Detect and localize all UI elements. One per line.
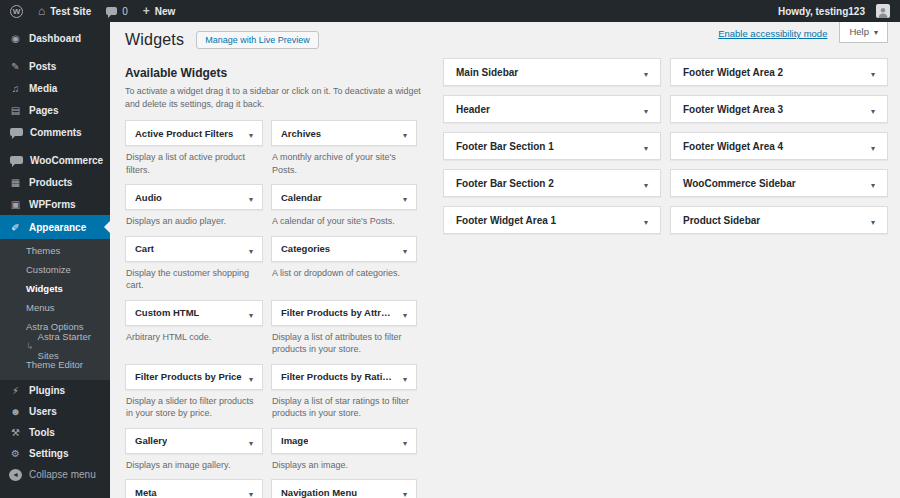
chevron-down-icon[interactable] xyxy=(871,137,875,155)
collapse-label: Collapse menu xyxy=(29,469,96,480)
widget-area-footer-widget-area-1[interactable]: Footer Widget Area 1 xyxy=(443,206,661,234)
sidebar-item-label: Appearance xyxy=(29,222,86,233)
sidebar-item-wpforms[interactable]: ▣ WPForms xyxy=(0,193,110,215)
widget-title-bar[interactable]: Calendar xyxy=(271,184,417,210)
chevron-down-icon[interactable] xyxy=(403,124,407,142)
help-tab[interactable]: Help xyxy=(839,22,888,43)
widget-title-bar[interactable]: Custom HTML xyxy=(125,300,263,326)
plugins-icon: ⚡ xyxy=(9,385,22,396)
widget-title-bar[interactable]: Filter Products by Price xyxy=(125,364,263,390)
submenu-item-customize[interactable]: Customize xyxy=(0,260,110,279)
comments-menu[interactable]: 0 xyxy=(106,6,128,17)
avatar xyxy=(876,4,890,18)
chevron-down-icon[interactable] xyxy=(871,211,875,229)
chevron-down-icon[interactable] xyxy=(644,174,648,192)
appearance-icon: ✐ xyxy=(9,222,22,233)
widget-title-bar[interactable]: Meta xyxy=(125,479,263,498)
chevron-down-icon[interactable] xyxy=(403,368,407,386)
widget-title: Navigation Menu xyxy=(281,487,357,498)
widget-card-filter-products-by-price: Filter Products by Price Display a slide… xyxy=(125,364,263,428)
widget-grid: Active Product Filters Display a list of… xyxy=(125,120,417,498)
chevron-down-icon xyxy=(874,26,878,37)
chevron-down-icon[interactable] xyxy=(249,368,253,386)
sidebar-item-appearance[interactable]: ✐ Appearance xyxy=(0,215,110,239)
chevron-down-icon[interactable] xyxy=(249,188,253,206)
widget-area-main-sidebar[interactable]: Main Sidebar xyxy=(443,58,661,86)
widget-area-footer-widget-area-3[interactable]: Footer Widget Area 3 xyxy=(670,95,888,123)
widget-area-product-sidebar[interactable]: Product Sidebar xyxy=(670,206,888,234)
widget-area-title: Footer Widget Area 2 xyxy=(683,67,783,78)
admin-bar: W Test Site 0 New Howdy, testing123 xyxy=(0,0,900,22)
widget-title-bar[interactable]: Filter Products by Attr… xyxy=(271,300,417,326)
chevron-down-icon[interactable] xyxy=(403,240,407,258)
widget-title-bar[interactable]: Cart xyxy=(125,236,263,262)
manage-live-preview-button[interactable]: Manage with Live Preview xyxy=(196,31,319,49)
new-content-menu[interactable]: New xyxy=(143,5,176,17)
chevron-down-icon[interactable] xyxy=(403,432,407,450)
widget-title-bar[interactable]: Filter Products by Rati… xyxy=(271,364,417,390)
chevron-down-icon[interactable] xyxy=(403,483,407,498)
widget-area-header[interactable]: Header xyxy=(443,95,661,123)
chevron-down-icon[interactable] xyxy=(644,211,648,229)
widget-area-footer-widget-area-4[interactable]: Footer Widget Area 4 xyxy=(670,132,888,160)
widget-area-footer-bar-section-1[interactable]: Footer Bar Section 1 xyxy=(443,132,661,160)
sidebar-item-settings[interactable]: ⚙ Settings xyxy=(0,443,110,464)
howdy-account-menu[interactable]: Howdy, testing123 xyxy=(778,4,890,18)
sidebar-item-users[interactable]: ☻ Users xyxy=(0,401,110,422)
widget-title-bar[interactable]: Image xyxy=(271,428,417,454)
widget-title: Filter Products by Attr… xyxy=(281,307,390,318)
chevron-down-icon[interactable] xyxy=(871,63,875,81)
widget-title-bar[interactable]: Archives xyxy=(271,120,417,146)
chevron-down-icon[interactable] xyxy=(403,188,407,206)
chevron-down-icon[interactable] xyxy=(871,174,875,192)
enable-accessibility-link[interactable]: Enable accessibility mode xyxy=(718,28,827,39)
chevron-down-icon[interactable] xyxy=(249,124,253,142)
widget-area-title: Footer Widget Area 1 xyxy=(456,215,556,226)
widget-description: Display a list of attributes to filter p… xyxy=(272,331,416,356)
submenu-item-themes[interactable]: Themes xyxy=(0,241,110,260)
widget-description: Display the customer shopping cart. xyxy=(126,267,262,292)
chevron-down-icon[interactable] xyxy=(871,100,875,118)
sidebar-item-products[interactable]: ▦ Products xyxy=(0,171,110,193)
sidebar-item-plugins[interactable]: ⚡ Plugins xyxy=(0,380,110,401)
submenu-item-astra-starter-sites[interactable]: Astra Starter Sites xyxy=(0,336,110,355)
wordpress-logo-menu[interactable]: W xyxy=(10,5,23,18)
chevron-down-icon[interactable] xyxy=(644,100,648,118)
chevron-down-icon[interactable] xyxy=(249,304,253,322)
chevron-down-icon[interactable] xyxy=(249,432,253,450)
widget-title-bar[interactable]: Navigation Menu xyxy=(271,479,417,498)
admin-menu: ◉ Dashboard ✎ Posts ♫ Media ▤ Pages Comm… xyxy=(0,22,110,498)
sidebar-item-dashboard[interactable]: ◉ Dashboard xyxy=(0,27,110,49)
collapse-menu-button[interactable]: Collapse menu xyxy=(0,464,110,485)
sidebar-item-tools[interactable]: ⚒ Tools xyxy=(0,422,110,443)
sidebar-item-media[interactable]: ♫ Media xyxy=(0,77,110,99)
chevron-down-icon[interactable] xyxy=(644,63,648,81)
sidebar-item-woocommerce[interactable]: WooCommerce xyxy=(0,149,110,171)
site-name-menu[interactable]: Test Site xyxy=(38,5,91,17)
widget-area-title: WooCommerce Sidebar xyxy=(683,178,796,189)
sidebar-item-label: Media xyxy=(29,83,57,94)
widget-area-footer-widget-area-2[interactable]: Footer Widget Area 2 xyxy=(670,58,888,86)
comments-icon xyxy=(10,128,23,136)
sidebar-item-comments[interactable]: Comments xyxy=(0,121,110,143)
products-icon: ▦ xyxy=(9,177,22,188)
pages-icon: ▤ xyxy=(9,105,22,116)
sidebar-item-posts[interactable]: ✎ Posts xyxy=(0,55,110,77)
submenu-item-menus[interactable]: Menus xyxy=(0,298,110,317)
widget-title-bar[interactable]: Active Product Filters xyxy=(125,120,263,146)
chevron-down-icon[interactable] xyxy=(403,304,407,322)
chevron-down-icon[interactable] xyxy=(249,483,253,498)
widget-area-woocommerce-sidebar[interactable]: WooCommerce Sidebar xyxy=(670,169,888,197)
chevron-down-icon[interactable] xyxy=(249,240,253,258)
widget-card-cart: Cart Display the customer shopping cart. xyxy=(125,236,263,300)
submenu-item-widgets[interactable]: Widgets xyxy=(0,279,110,298)
sidebar-item-pages[interactable]: ▤ Pages xyxy=(0,99,110,121)
comment-count: 0 xyxy=(122,6,128,17)
chevron-down-icon[interactable] xyxy=(644,137,648,155)
widget-title-bar[interactable]: Gallery xyxy=(125,428,263,454)
sidebar-item-label: WPForms xyxy=(29,199,76,210)
widget-title-bar[interactable]: Categories xyxy=(271,236,417,262)
widget-area-title: Main Sidebar xyxy=(456,67,518,78)
widget-title-bar[interactable]: Audio xyxy=(125,184,263,210)
widget-area-footer-bar-section-2[interactable]: Footer Bar Section 2 xyxy=(443,169,661,197)
